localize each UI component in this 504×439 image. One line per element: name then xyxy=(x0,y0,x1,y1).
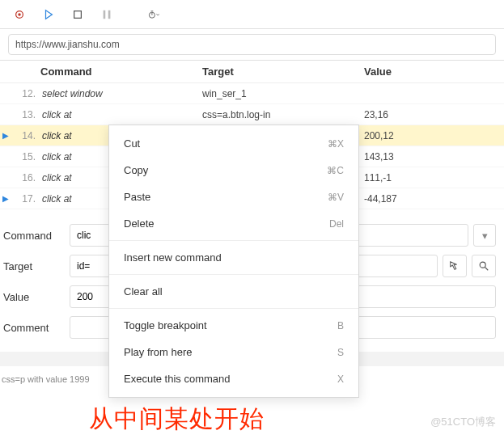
row-number: 17. xyxy=(11,193,40,205)
breakpoint-icon: ▶ xyxy=(2,131,9,140)
row-command: click at xyxy=(40,109,202,120)
breakpoint-gutter[interactable]: ▶ xyxy=(0,131,11,140)
row-number: 18. xyxy=(11,214,40,217)
timer-dropdown[interactable] xyxy=(142,4,165,25)
row-number: 14. xyxy=(11,130,40,141)
ctx-separator xyxy=(109,308,358,309)
ctx-copy[interactable]: Copy⌘C xyxy=(109,157,358,184)
row-value: 111,-1 xyxy=(364,172,504,184)
table-row[interactable]: 12.select windowwin_ser_1 xyxy=(0,83,504,104)
stop-button[interactable] xyxy=(66,4,89,25)
label-value: Value xyxy=(2,291,70,303)
record-button[interactable] xyxy=(8,4,31,25)
toolbar xyxy=(0,0,504,29)
ctx-paste[interactable]: Paste⌘V xyxy=(109,184,358,210)
find-target-button[interactable] xyxy=(472,255,496,277)
play-button[interactable] xyxy=(37,4,60,25)
row-number: 13. xyxy=(11,109,40,120)
row-value: -9,40 xyxy=(364,214,504,217)
row-value: 23,16 xyxy=(364,109,504,120)
row-number: 15. xyxy=(11,151,40,163)
ctx-cut[interactable]: Cut⌘X xyxy=(109,130,358,157)
row-target: css=a.btn.log-in xyxy=(202,109,364,120)
grid-header: Command Target Value xyxy=(0,61,504,83)
svg-rect-3 xyxy=(104,10,106,19)
header-target: Target xyxy=(202,65,364,78)
header-command: Command xyxy=(40,65,202,78)
row-value: 143,13 xyxy=(364,151,504,163)
breakpoint-icon: ▶ xyxy=(2,194,9,203)
shortcut: ⌘C xyxy=(327,165,344,176)
url-input[interactable] xyxy=(8,34,496,55)
ctx-toggle-bp[interactable]: Toggle breakpointB xyxy=(109,312,358,339)
label-command: Command xyxy=(2,230,70,242)
breakpoint-gutter[interactable]: ▶ xyxy=(0,194,11,203)
label-target: Target xyxy=(2,260,70,272)
watermark: @51CTO博客 xyxy=(430,415,496,429)
shortcut: B xyxy=(337,320,344,331)
shortcut: ⌘X xyxy=(328,138,344,150)
row-command: select window xyxy=(40,88,202,99)
row-number: 16. xyxy=(11,172,40,184)
svg-point-1 xyxy=(18,13,21,16)
context-menu: Cut⌘X Copy⌘C Paste⌘V DeleteDel Insert ne… xyxy=(108,125,359,398)
annotation-text: 从中间某处开始 xyxy=(89,403,265,436)
ctx-insert[interactable]: Insert new command xyxy=(109,244,358,271)
row-number: 12. xyxy=(11,88,40,99)
shortcut: S xyxy=(337,347,344,358)
url-row xyxy=(0,29,504,61)
ctx-separator xyxy=(109,240,358,241)
svg-rect-2 xyxy=(74,11,82,18)
header-value: Value xyxy=(364,65,504,78)
shortcut: ⌘V xyxy=(328,192,344,203)
ctx-clear[interactable]: Clear all xyxy=(109,278,358,305)
ctx-separator xyxy=(109,274,358,275)
pause-button[interactable] xyxy=(95,4,118,25)
svg-point-6 xyxy=(480,262,485,268)
ctx-exec[interactable]: Execute this commandX xyxy=(109,365,358,392)
ctx-play-from[interactable]: Play from hereS xyxy=(109,339,358,365)
command-dropdown[interactable]: ▾ xyxy=(473,224,496,247)
row-target: win_ser_1 xyxy=(202,88,364,99)
shortcut: Del xyxy=(329,218,344,230)
label-comment: Comment xyxy=(2,322,70,334)
svg-rect-4 xyxy=(108,10,111,19)
shortcut: X xyxy=(337,374,344,385)
select-target-button[interactable] xyxy=(443,255,467,277)
table-row[interactable]: 13.click atcss=a.btn.log-in23,16 xyxy=(0,104,504,125)
row-value: -44,187 xyxy=(364,193,504,205)
row-value: 200,12 xyxy=(364,130,504,141)
ctx-delete[interactable]: DeleteDel xyxy=(109,210,358,237)
